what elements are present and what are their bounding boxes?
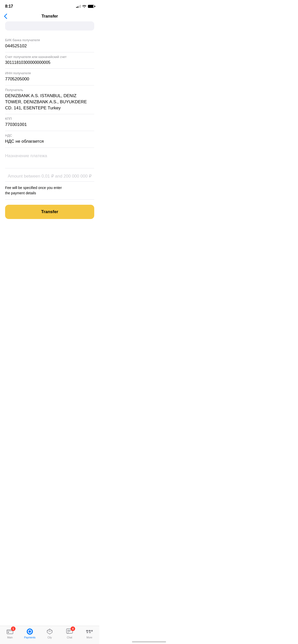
account-label: Счет получателя или казначейский счет bbox=[5, 55, 94, 59]
battery-icon bbox=[88, 5, 94, 8]
content-area: БИК банка получателя 044525102 Счет полу… bbox=[0, 21, 99, 244]
inn-label: ИНН получателя bbox=[5, 71, 94, 75]
recipient-field: Получатель DENIZBANK A.S. ISTANBUL, DENI… bbox=[5, 85, 94, 114]
nds-label: НДС bbox=[5, 134, 94, 137]
kpp-value: 770301001 bbox=[5, 122, 94, 128]
payment-purpose-field[interactable]: Назначение платежа bbox=[5, 148, 94, 168]
amount-text: Amount between 0,01 ₽ and 200 000 000 ₽ bbox=[5, 173, 94, 179]
account-value: 30111810300000000005 bbox=[5, 60, 94, 65]
page-title: Transfer bbox=[42, 14, 58, 19]
bik-label: БИК банка получателя bbox=[5, 38, 94, 42]
nds-field: НДС НДС не облагается bbox=[5, 131, 94, 148]
bik-field: БИК банка получателя 044525102 bbox=[5, 36, 94, 52]
signal-icon bbox=[76, 5, 81, 8]
kpp-label: КПП bbox=[5, 117, 94, 121]
status-icons bbox=[76, 4, 94, 8]
recipient-label: Получатель bbox=[5, 88, 94, 92]
back-button[interactable] bbox=[4, 14, 7, 19]
top-pill bbox=[5, 21, 94, 31]
fee-info: Fee will be specified once you enterthe … bbox=[5, 182, 94, 200]
amount-info: Amount between 0,01 ₽ and 200 000 000 ₽ bbox=[5, 168, 94, 182]
kpp-field: КПП 770301001 bbox=[5, 114, 94, 131]
account-field: Счет получателя или казначейский счет 30… bbox=[5, 52, 94, 69]
fee-text: Fee will be specified once you enterthe … bbox=[5, 185, 94, 196]
status-bar: 8:17 bbox=[0, 0, 99, 11]
recipient-value: DENIZBANK A.S. ISTANBUL, DENIZ TOWER, DE… bbox=[5, 93, 94, 111]
transfer-button[interactable]: Transfer bbox=[5, 205, 94, 219]
inn-value: 7705205000 bbox=[5, 76, 94, 82]
nav-bar: Transfer bbox=[0, 11, 99, 21]
status-time: 8:17 bbox=[5, 4, 13, 9]
bik-value: 044525102 bbox=[5, 43, 94, 49]
inn-field: ИНН получателя 7705205000 bbox=[5, 69, 94, 85]
wifi-icon bbox=[82, 4, 86, 8]
payment-purpose-placeholder[interactable]: Назначение платежа bbox=[5, 151, 94, 160]
nds-value: НДС не облагается bbox=[5, 138, 94, 144]
